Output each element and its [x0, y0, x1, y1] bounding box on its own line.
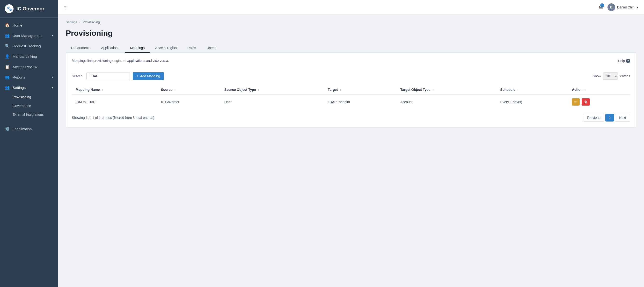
home-icon: 🏠: [5, 23, 10, 27]
col-schedule: Schedule ↕: [496, 85, 568, 95]
settings-submenu: Provisioning Governance External Integra…: [0, 93, 58, 119]
edit-button[interactable]: ✏: [572, 98, 580, 106]
user-menu-button[interactable]: D Daniel Chin ▾: [608, 3, 638, 11]
cell-target: LDAPEndpoint: [324, 95, 396, 109]
table-row: IDM to LDAP IC Governor User LDAPEndpoin…: [72, 95, 630, 109]
page-title: Provisioning: [66, 29, 636, 38]
user-name: Daniel Chin: [617, 5, 634, 9]
sidebar-item-localization-label: Localization: [12, 127, 32, 131]
sidebar-item-home[interactable]: 🏠 Home: [0, 20, 58, 30]
toolbar-left: Search: + Add Mapping: [72, 72, 164, 80]
search-input[interactable]: [86, 72, 130, 80]
sidebar-item-localization[interactable]: ⚙️ Localization: [0, 124, 58, 134]
sidebar-item-home-label: Home: [12, 23, 22, 27]
topbar: ≡ ✉ 1 D Daniel Chin ▾: [58, 0, 644, 14]
submenu-item-provisioning[interactable]: Provisioning: [12, 93, 58, 101]
table-header: Mapping Name ↕ Source ↕ Source Object Ty…: [72, 85, 630, 95]
tab-applications[interactable]: Applications: [96, 43, 125, 53]
sort-icon-target-object-type[interactable]: ↕: [432, 88, 434, 92]
sidebar-item-reports[interactable]: 👥 Reports ▾: [0, 72, 58, 82]
topbar-actions: ✉ 1 D Daniel Chin ▾: [599, 3, 638, 11]
delete-button[interactable]: 🗑: [582, 98, 590, 106]
breadcrumb: Settings / Provisioning: [66, 20, 636, 24]
add-mapping-button[interactable]: + Add Mapping: [133, 72, 164, 80]
previous-button[interactable]: Previous: [583, 114, 604, 121]
tab-mappings[interactable]: Mappings: [125, 43, 150, 53]
help-circle-icon: ?: [626, 59, 630, 63]
sidebar-item-manual-linking-label: Manual Linking: [12, 54, 37, 58]
cell-target-object-type: Account: [396, 95, 496, 109]
col-action: Action ↕: [568, 85, 630, 95]
sort-icon-mapping-name[interactable]: ↕: [102, 88, 103, 92]
cell-source: IC Governor: [157, 95, 220, 109]
sidebar-nav: 🏠 Home 👥 User Management ▾ 🔍 Request Tra…: [0, 18, 58, 287]
sidebar-item-user-management[interactable]: 👥 User Management ▾: [0, 30, 58, 41]
logo-icon: 🐾: [5, 4, 14, 13]
show-label: Show: [593, 74, 601, 78]
tabs-row: Departments Applications Mappings Access…: [66, 43, 636, 53]
sort-icon-schedule[interactable]: ↕: [517, 88, 519, 92]
chevron-down-icon: ▾: [52, 34, 53, 37]
sidebar-item-settings-label: Settings: [12, 85, 26, 90]
pagination-buttons: Previous 1 Next: [583, 114, 630, 121]
app-name: IC Governor: [16, 6, 44, 11]
entries-label: entries: [620, 74, 630, 78]
chevron-up-icon: ▴: [52, 86, 53, 89]
sidebar-item-request-tracking[interactable]: 🔍 Request Tracking: [0, 41, 58, 51]
app-logo[interactable]: 🐾 IC Governor: [0, 0, 58, 18]
entries-select[interactable]: 10 25 50 100: [603, 72, 618, 80]
main-wrapper: ≡ ✉ 1 D Daniel Chin ▾ Settings / Provisi…: [58, 0, 644, 287]
col-target: Target ↕: [324, 85, 396, 95]
help-label: Help: [618, 59, 625, 63]
tab-access-rights[interactable]: Access Rights: [150, 43, 182, 53]
pagination-info: Showing 1 to 1 of 1 entries (filtered fr…: [72, 116, 154, 120]
col-target-object-type: Target Object Type ↕: [396, 85, 496, 95]
plus-icon: +: [136, 74, 138, 78]
mappings-card: Mappings link provisioning engine to app…: [66, 53, 636, 128]
col-source-object-type: Source Object Type ↕: [220, 85, 324, 95]
clipboard-icon: 📋: [5, 64, 10, 69]
cell-mapping-name: IDM to LDAP: [72, 95, 157, 109]
sidebar-item-request-tracking-label: Request Tracking: [12, 44, 41, 48]
mappings-description: Mappings link provisioning engine to app…: [72, 59, 169, 62]
sidebar-item-manual-linking[interactable]: 👤 Manual Linking: [0, 51, 58, 62]
search-label: Search:: [72, 74, 84, 78]
tab-users[interactable]: Users: [201, 43, 221, 53]
sidebar-item-reports-label: Reports: [12, 75, 26, 79]
action-buttons: ✏ 🗑: [572, 98, 626, 106]
chevron-down-icon-reports: ▾: [52, 76, 53, 79]
submenu-item-external-integrations[interactable]: External Integrations: [12, 110, 58, 119]
cell-source-object-type: User: [220, 95, 324, 109]
col-source: Source ↕: [157, 85, 220, 95]
submenu-item-governance[interactable]: Governance: [12, 101, 58, 110]
page-content: Settings / Provisioning Provisioning Dep…: [58, 14, 644, 287]
gear-icon: ⚙️: [5, 127, 10, 131]
cell-action: ✏ 🗑: [568, 95, 630, 109]
notification-badge: 1: [600, 3, 604, 7]
avatar: D: [608, 3, 615, 11]
tab-departments[interactable]: Departments: [66, 43, 96, 53]
cell-schedule: Every 1 day(s): [496, 95, 568, 109]
notification-button[interactable]: ✉ 1: [599, 4, 603, 10]
breadcrumb-parent[interactable]: Settings: [66, 20, 77, 24]
col-mapping-name: Mapping Name ↕: [72, 85, 157, 95]
mappings-table: Mapping Name ↕ Source ↕ Source Object Ty…: [72, 85, 630, 109]
link-icon: 👤: [5, 54, 10, 59]
sort-icon-source[interactable]: ↕: [174, 88, 176, 92]
help-button[interactable]: Help ?: [618, 59, 630, 63]
next-button[interactable]: Next: [615, 114, 630, 121]
settings-nav-icon: 👥: [5, 85, 10, 90]
search-icon: 🔍: [5, 44, 10, 48]
breadcrumb-separator: /: [80, 20, 80, 24]
toolbar-right: Show 10 25 50 100 entries: [593, 72, 630, 80]
sort-icon-target[interactable]: ↕: [340, 88, 341, 92]
page-1-button[interactable]: 1: [605, 114, 614, 121]
tab-roles[interactable]: Roles: [182, 43, 201, 53]
sidebar-item-settings[interactable]: 👥 Settings ▴: [0, 82, 58, 93]
sort-icon-source-object-type[interactable]: ↕: [258, 88, 259, 92]
sort-icon-action[interactable]: ↕: [584, 88, 586, 92]
hamburger-menu-button[interactable]: ≡: [64, 4, 67, 10]
table-body: IDM to LDAP IC Governor User LDAPEndpoin…: [72, 95, 630, 109]
pagination-row: Showing 1 to 1 of 1 entries (filtered fr…: [72, 114, 630, 121]
sidebar-item-access-review[interactable]: 📋 Access Review: [0, 62, 58, 72]
